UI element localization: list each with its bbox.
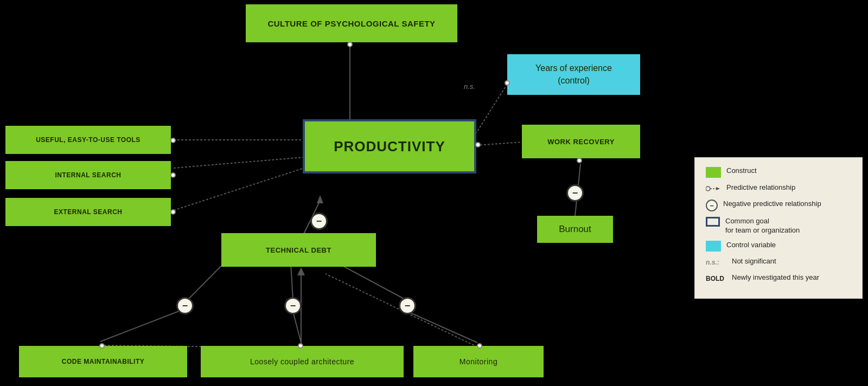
svg-line-3 — [174, 157, 304, 168]
code-maintainability-box: CODE MAINTAINABILITY — [19, 346, 187, 377]
years-experience-box: Years of experience (control) — [507, 54, 640, 95]
legend-ns-icon: n.s.: — [706, 257, 726, 268]
productivity-box: PRODUCTIVITY — [303, 119, 476, 173]
productivity-right-dot — [475, 142, 481, 147]
legend-box: Construct Predictive relationship − Nega… — [694, 157, 863, 299]
internal-search-dot — [170, 172, 176, 178]
useful-tools-box: USEFUL, EASY-TO-USE TOOLS — [5, 126, 171, 154]
work-recovery-neg-circle: − — [566, 184, 584, 202]
svg-line-10 — [476, 84, 507, 133]
work-recovery-box: WORK RECOVERY — [522, 125, 640, 158]
legend-construct: Construct — [706, 166, 851, 178]
technical-debt-box: TECHNICAL DEBT — [221, 233, 376, 267]
monitoring-dot — [477, 343, 482, 349]
ns-label: n.s. — [464, 82, 475, 91]
svg-point-21 — [706, 186, 710, 191]
culture-box: CULTURE OF PSYCHOLOGICAL SAFETY — [246, 4, 457, 42]
legend-control-variable: Control variable — [706, 241, 851, 252]
culture-bottom-dot — [347, 42, 353, 47]
tech-debt-neg-circle: − — [310, 213, 328, 230]
legend-predictive-icon — [706, 183, 721, 194]
svg-line-15 — [100, 309, 184, 342]
svg-marker-13 — [297, 267, 305, 275]
code-maintainability-dot — [99, 343, 105, 349]
svg-line-16 — [293, 312, 301, 343]
legend-control-color — [706, 241, 721, 252]
external-search-dot — [170, 209, 176, 215]
legend-ns: n.s.: Not significant — [706, 257, 851, 268]
loosely-coupled-box: Loosely coupled architecture — [201, 346, 404, 377]
legend-negative-predictive: − Negative predictive relationship — [706, 200, 851, 211]
loosely-coupled-dot — [298, 343, 303, 349]
svg-line-4 — [174, 168, 304, 210]
legend-construct-color — [706, 167, 721, 178]
monitoring-neg-circle: − — [399, 297, 416, 314]
monitoring-box: Monitoring — [413, 346, 544, 377]
svg-marker-7 — [317, 195, 323, 203]
loosely-coupled-neg-circle: − — [284, 297, 302, 314]
legend-bold: BOLD Newly investigated this year — [706, 273, 851, 284]
legend-predictive: Predictive relationship — [706, 183, 851, 194]
svg-marker-23 — [716, 187, 720, 190]
burnout-box: Burnout — [537, 216, 613, 243]
internal-search-box: INTERNAL SEARCH — [5, 161, 171, 189]
useful-tools-dot — [170, 138, 176, 143]
years-experience-dot — [505, 80, 510, 86]
legend-common-goal: Common goalfor team or organization — [706, 217, 851, 235]
svg-line-8 — [476, 142, 522, 145]
legend-bold-icon: BOLD — [706, 273, 726, 284]
svg-line-17 — [408, 312, 477, 343]
external-search-box: EXTERNAL SEARCH — [5, 198, 171, 226]
work-recovery-dot — [577, 158, 582, 163]
diagram-container: CULTURE OF PSYCHOLOGICAL SAFETY PRODUCTI… — [0, 0, 868, 386]
legend-neg-circle-icon: − — [706, 200, 718, 211]
code-maint-neg-circle: − — [176, 297, 194, 314]
legend-common-goal-icon — [706, 217, 720, 227]
